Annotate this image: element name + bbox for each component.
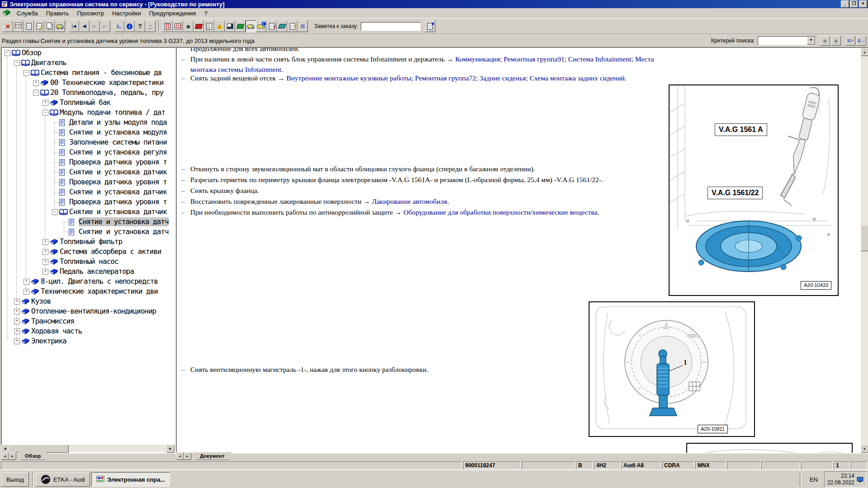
tab-document[interactable]: Документ <box>193 452 231 460</box>
tree-item-label[interactable]: Ходовая часть <box>31 327 82 336</box>
edit-document-button[interactable] <box>34 20 44 32</box>
order-note-input[interactable] <box>361 22 420 31</box>
text-lines-button[interactable] <box>297 20 308 32</box>
expand-icon[interactable]: + <box>42 100 48 106</box>
manuals-button[interactable] <box>235 20 245 32</box>
document-help-button[interactable] <box>287 20 297 32</box>
tree-item-label[interactable]: Система питания - бензиновые дв <box>41 68 162 77</box>
expand-icon[interactable]: + <box>42 269 48 275</box>
menu-просмотр[interactable]: Просмотр <box>73 9 108 18</box>
tree-item-label[interactable]: Топливный насос <box>60 257 118 266</box>
expand-icon[interactable]: + <box>33 80 39 86</box>
switch-view-button[interactable] <box>145 20 156 32</box>
component-locations-button[interactable] <box>173 20 183 32</box>
chevron-down-icon[interactable]: ▼ <box>807 37 815 45</box>
taskbar-etka-button[interactable]: ETKA - Audi <box>36 472 90 487</box>
tree-item-label[interactable]: Заполнение системы питани <box>69 138 167 147</box>
tab-overview[interactable]: Обзор <box>18 452 47 460</box>
expand-icon[interactable]: + <box>42 259 48 265</box>
print-button[interactable] <box>13 20 24 32</box>
find-person-2-button[interactable] <box>831 36 841 46</box>
document-list-button[interactable] <box>204 20 214 32</box>
doc-link[interactable]: Лакирование автомобиля <box>372 197 448 205</box>
tree-item-label[interactable]: Детали и узлы модуля пода <box>69 118 167 127</box>
goto-button[interactable] <box>114 20 124 32</box>
expand-icon[interactable]: + <box>24 279 29 285</box>
doc-tab-scroll-right-icon[interactable]: ▶ <box>184 452 191 460</box>
tree-item-label[interactable]: 00 Технические характеристики <box>50 78 163 87</box>
close-button[interactable]: × <box>859 0 867 8</box>
tree-item-label[interactable]: Проверка датчика уровня т <box>69 158 167 167</box>
collapse-icon[interactable]: − <box>5 50 10 56</box>
tree-item-label[interactable]: Топливный фильтр <box>60 237 122 246</box>
customer-data-button[interactable] <box>183 20 193 32</box>
menu-?[interactable]: ? <box>200 9 212 18</box>
collapse-icon[interactable]: − <box>24 70 29 76</box>
collapse-icon[interactable]: − <box>52 209 58 215</box>
document-vertical-scrollbar[interactable]: ▲ ▼ <box>861 48 868 453</box>
tree-item-label[interactable]: Снятие и установка датчик <box>69 188 167 197</box>
last-page-button[interactable] <box>100 20 110 32</box>
language-indicator[interactable]: EN <box>807 476 821 483</box>
find-person-button[interactable] <box>820 36 830 46</box>
tree-item-label[interactable]: 8-цил. Двигатель с непосредств <box>41 277 158 286</box>
doc-tab-scroll-left-icon[interactable]: ◀ <box>176 452 184 460</box>
first-page-button[interactable] <box>69 20 79 32</box>
equipment-button[interactable] <box>277 20 287 32</box>
tree-item-label[interactable]: Топливный бак <box>60 98 110 107</box>
previous-page-button[interactable] <box>79 20 90 32</box>
collapse-icon[interactable]: − <box>14 60 20 66</box>
minimize-button[interactable]: _ <box>841 0 849 8</box>
expand-icon[interactable]: + <box>14 309 20 314</box>
menu-настройки[interactable]: Настройки <box>108 9 145 18</box>
expand-icon[interactable]: + <box>14 319 20 324</box>
note-go-button[interactable] <box>425 20 435 32</box>
collapse-icon[interactable]: − <box>33 90 39 96</box>
search-criteria-combobox[interactable]: ▼ <box>758 36 816 45</box>
tray-clock[interactable]: 22:14 22.06.2022 <box>824 471 867 488</box>
search-criteria-input[interactable] <box>758 37 807 45</box>
doc-link[interactable]: Внутренние монтажные кузовные работы; Ре… <box>286 74 624 82</box>
menu-править[interactable]: Править <box>42 9 73 18</box>
expand-icon[interactable]: + <box>14 299 20 305</box>
menu-предупреждения[interactable]: Предупреждения <box>145 9 200 18</box>
exit-document-button[interactable] <box>3 20 13 32</box>
tree-item-label[interactable]: Снятие и установка датч <box>79 227 169 236</box>
expand-icon[interactable]: + <box>42 249 48 255</box>
checklist-button[interactable] <box>266 20 277 32</box>
tree-item-label[interactable]: 20 Топливоподача, педаль, пру <box>50 88 163 97</box>
expand-icon[interactable]: + <box>14 328 20 334</box>
scroll-down-icon[interactable]: ▼ <box>861 445 868 453</box>
expand-icon[interactable]: + <box>14 338 20 344</box>
tree-item-label[interactable]: Электрика <box>31 337 66 346</box>
vehicle-data-button[interactable] <box>55 20 65 32</box>
service-book-button[interactable] <box>193 20 204 32</box>
tree-item-label[interactable]: Снятие и установка датчик <box>69 168 167 177</box>
new-document-button[interactable] <box>24 20 34 32</box>
monitor-note-button[interactable] <box>225 20 235 32</box>
collapse-icon[interactable]: − <box>42 110 48 116</box>
tree-item-label[interactable]: Обзор <box>22 48 41 57</box>
tree-item-label[interactable]: Двигатель <box>31 58 66 67</box>
tree-scroll-thumb[interactable] <box>8 445 69 453</box>
tree-item-label[interactable]: Снятие и установка модуля <box>69 128 167 137</box>
tree-item-label[interactable]: Педаль акселератора <box>60 267 134 276</box>
expand-icon[interactable]: + <box>42 239 48 245</box>
repair-groups-button[interactable] <box>162 20 173 32</box>
taskbar-elsa-button[interactable]: Электронная спра... <box>91 472 170 487</box>
tree-horizontal-scrollbar[interactable]: ◀ ▶ <box>1 445 175 452</box>
vehicle-view-button[interactable] <box>245 20 256 32</box>
exit-button[interactable]: Выход <box>1 472 29 487</box>
menu-служба[interactable]: Служба <box>13 9 42 18</box>
help-button[interactable] <box>135 20 145 32</box>
scroll-right-icon[interactable]: ▶ <box>166 445 175 453</box>
tree-item-label[interactable]: Снятие и установка регуля <box>69 148 167 157</box>
tree-item-label[interactable]: Отопление-вентиляция-кондиционир <box>31 307 156 316</box>
tab-scroll-left-icon[interactable]: ◀ <box>1 452 9 460</box>
doc-link[interactable]: монтажа системы Infotainment. <box>190 66 283 73</box>
vehicle-info-button[interactable] <box>256 20 266 32</box>
tree-item-label[interactable]: Кузов <box>31 297 51 306</box>
tree-item-label[interactable]: Снятие и установка датч <box>79 217 169 226</box>
tab-scroll-right-icon[interactable]: ▶ <box>9 452 16 460</box>
doc-link[interactable]: Оборудование для обработки поверхности/х… <box>403 208 597 216</box>
